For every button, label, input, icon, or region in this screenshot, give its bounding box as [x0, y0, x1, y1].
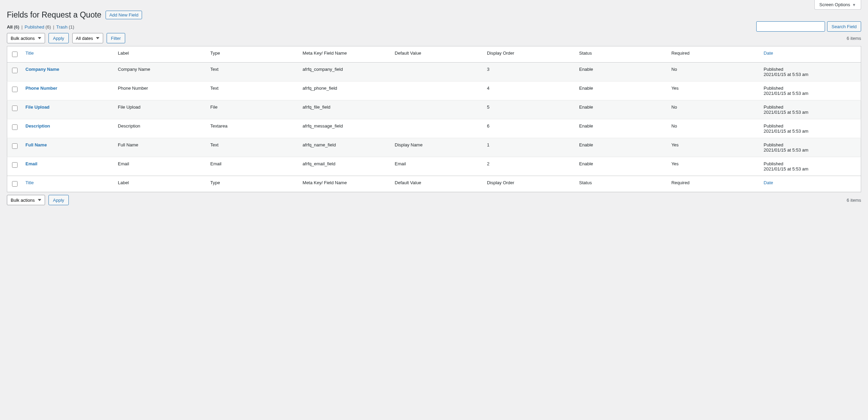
row-title-link[interactable]: Company Name	[25, 67, 59, 72]
row-order: 4	[484, 81, 576, 100]
row-status: Enable	[576, 81, 668, 100]
filter-button[interactable]: Filter	[107, 33, 126, 43]
row-status: Enable	[576, 157, 668, 176]
row-required: No	[668, 119, 760, 138]
row-label: Full Name	[115, 138, 207, 157]
col-label: Label	[115, 46, 207, 63]
col-date[interactable]: Date	[764, 51, 773, 56]
row-label: Phone Number	[115, 81, 207, 100]
row-type: Text	[207, 138, 299, 157]
row-label: Company Name	[115, 63, 207, 81]
col-date-foot[interactable]: Date	[764, 180, 773, 185]
row-status: Enable	[576, 100, 668, 119]
select-all-bottom[interactable]	[12, 181, 18, 187]
col-meta: Meta Key/ Field Name	[299, 46, 391, 63]
items-count-top: 6 items	[847, 36, 861, 41]
row-title-link[interactable]: Full Name	[25, 142, 47, 147]
col-default: Default Value	[391, 46, 484, 63]
row-checkbox[interactable]	[12, 124, 18, 130]
row-title-link[interactable]: File Upload	[25, 104, 50, 110]
bulk-actions-select-bottom[interactable]: Bulk actions	[7, 195, 45, 205]
row-status: Enable	[576, 119, 668, 138]
row-title-link[interactable]: Phone Number	[25, 86, 57, 91]
table-row: Phone NumberPhone NumberTextafrfq_phone_…	[7, 81, 861, 100]
table-row: Full NameFull NameTextafrfq_name_fieldDi…	[7, 138, 861, 157]
row-checkbox[interactable]	[12, 143, 18, 149]
col-title-foot[interactable]: Title	[25, 180, 34, 185]
col-default-foot: Default Value	[391, 176, 484, 192]
row-meta: afrfq_email_field	[299, 157, 391, 176]
row-date: Published2021/01/15 at 5:53 am	[760, 100, 861, 119]
col-meta-foot: Meta Key/ Field Name	[299, 176, 391, 192]
filter-all[interactable]: All (6)	[7, 24, 19, 30]
table-row: File UploadFile UploadFileafrfq_file_fie…	[7, 100, 861, 119]
screen-options-toggle[interactable]: Screen Options ▼	[814, 0, 861, 10]
col-label-foot: Label	[115, 176, 207, 192]
screen-options-label: Screen Options	[820, 2, 850, 7]
row-type: File	[207, 100, 299, 119]
row-type: Text	[207, 63, 299, 81]
row-meta: afrfq_file_field	[299, 100, 391, 119]
col-order-foot: Display Order	[484, 176, 576, 192]
row-date: Published2021/01/15 at 5:53 am	[760, 138, 861, 157]
row-title-link[interactable]: Email	[25, 161, 37, 166]
row-default: Email	[391, 157, 484, 176]
row-order: 1	[484, 138, 576, 157]
row-order: 6	[484, 119, 576, 138]
row-checkbox[interactable]	[12, 106, 18, 111]
row-label: File Upload	[115, 100, 207, 119]
row-type: Textarea	[207, 119, 299, 138]
chevron-down-icon: ▼	[852, 3, 856, 7]
row-checkbox[interactable]	[12, 162, 18, 168]
row-status: Enable	[576, 63, 668, 81]
col-status-foot: Status	[576, 176, 668, 192]
row-default	[391, 63, 484, 81]
fields-table: Title Label Type Meta Key/ Field Name De…	[7, 46, 861, 192]
row-date: Published2021/01/15 at 5:53 am	[760, 119, 861, 138]
items-count-bottom: 6 items	[847, 198, 861, 203]
col-order: Display Order	[484, 46, 576, 63]
row-order: 3	[484, 63, 576, 81]
filter-trash[interactable]: Trash (1)	[56, 24, 74, 30]
col-required-foot: Required	[668, 176, 760, 192]
col-required: Required	[668, 46, 760, 63]
filter-published[interactable]: Published (6)	[25, 24, 51, 30]
col-type: Type	[207, 46, 299, 63]
row-default	[391, 81, 484, 100]
row-meta: afrfq_company_field	[299, 63, 391, 81]
row-order: 5	[484, 100, 576, 119]
row-required: Yes	[668, 81, 760, 100]
date-filter-select[interactable]: All dates	[72, 33, 103, 43]
row-default	[391, 119, 484, 138]
row-title-link[interactable]: Description	[25, 123, 50, 129]
row-meta: afrfq_phone_field	[299, 81, 391, 100]
row-default: Display Name	[391, 138, 484, 157]
bulk-actions-select-top[interactable]: Bulk actions	[7, 33, 45, 43]
page-title: Fields for Request a Quote	[7, 10, 101, 20]
search-input[interactable]	[756, 21, 825, 32]
bulk-apply-button-top[interactable]: Apply	[48, 33, 69, 43]
col-status: Status	[576, 46, 668, 63]
row-order: 2	[484, 157, 576, 176]
row-label: Email	[115, 157, 207, 176]
row-meta: afrfq_message_field	[299, 119, 391, 138]
select-all-top[interactable]	[12, 52, 18, 57]
table-row: DescriptionDescriptionTextareaafrfq_mess…	[7, 119, 861, 138]
row-meta: afrfq_name_field	[299, 138, 391, 157]
row-label: Description	[115, 119, 207, 138]
col-title[interactable]: Title	[25, 51, 34, 56]
row-type: Text	[207, 81, 299, 100]
row-required: No	[668, 100, 760, 119]
add-new-field-button[interactable]: Add New Field	[106, 11, 142, 19]
search-button[interactable]: Search Field	[827, 21, 861, 32]
table-row: Company NameCompany NameTextafrfq_compan…	[7, 63, 861, 81]
bulk-apply-button-bottom[interactable]: Apply	[48, 195, 69, 205]
row-checkbox[interactable]	[12, 68, 18, 73]
row-type: Email	[207, 157, 299, 176]
row-date: Published2021/01/15 at 5:53 am	[760, 81, 861, 100]
row-required: Yes	[668, 157, 760, 176]
row-checkbox[interactable]	[12, 87, 18, 92]
col-type-foot: Type	[207, 176, 299, 192]
row-date: Published2021/01/15 at 5:53 am	[760, 63, 861, 81]
view-filters: All (6) | Published (6) | Trash (1)	[7, 24, 861, 30]
